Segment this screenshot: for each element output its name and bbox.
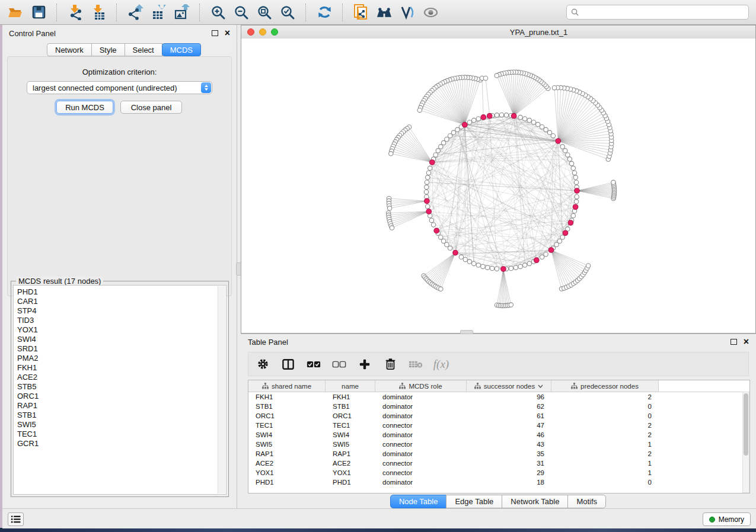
column-header-successor-nodes[interactable]: successor nodes bbox=[467, 380, 551, 392]
ring-node[interactable] bbox=[544, 252, 548, 257]
zoom-selected-button[interactable] bbox=[279, 4, 296, 21]
mcds-node[interactable] bbox=[426, 209, 432, 214]
ring-node[interactable] bbox=[486, 265, 490, 270]
ring-node[interactable] bbox=[425, 185, 429, 189]
ring-node[interactable] bbox=[571, 166, 575, 170]
memory-button[interactable]: Memory bbox=[703, 512, 751, 526]
ring-node[interactable] bbox=[459, 255, 463, 259]
export-image-button[interactable] bbox=[173, 4, 190, 21]
ring-node[interactable] bbox=[433, 153, 438, 157]
column-header-predecessor-nodes[interactable]: predecessor nodes bbox=[551, 380, 659, 392]
mcds-node[interactable] bbox=[434, 228, 439, 233]
table-row[interactable]: ACE2ACE2connector311 bbox=[248, 459, 749, 468]
ring-node[interactable] bbox=[495, 113, 499, 117]
mcds-node[interactable] bbox=[573, 204, 578, 210]
show-graphics-button[interactable] bbox=[422, 4, 439, 21]
search-binoculars-button[interactable] bbox=[376, 4, 393, 21]
ring-node[interactable] bbox=[540, 125, 544, 129]
import-network-button[interactable] bbox=[67, 4, 84, 21]
network-canvas[interactable] bbox=[241, 39, 755, 333]
create-column-button[interactable] bbox=[358, 357, 372, 371]
leaf-node[interactable] bbox=[390, 226, 394, 230]
table-row[interactable]: TEC1TEC1connector472 bbox=[248, 421, 749, 430]
ring-node[interactable] bbox=[495, 267, 499, 271]
mcds-node[interactable] bbox=[511, 113, 516, 118]
node-table[interactable]: shared namenameMCDS rolesuccessor nodesp… bbox=[248, 380, 750, 493]
tab-network[interactable]: Network bbox=[47, 43, 92, 56]
delete-columns-button[interactable] bbox=[383, 357, 397, 371]
tab-edge-table[interactable]: Edge Table bbox=[446, 495, 502, 508]
mcds-node[interactable] bbox=[425, 198, 430, 204]
ring-node[interactable] bbox=[573, 175, 578, 180]
minimize-traffic-light[interactable] bbox=[259, 28, 266, 36]
ring-node[interactable] bbox=[467, 259, 471, 264]
list-item[interactable]: STB5 bbox=[17, 382, 216, 392]
tab-style[interactable]: Style bbox=[91, 43, 125, 56]
ring-node[interactable] bbox=[531, 120, 535, 124]
ring-node[interactable] bbox=[451, 130, 455, 134]
hide-details-button[interactable] bbox=[399, 4, 416, 21]
ring-node[interactable] bbox=[426, 171, 430, 175]
export-table-button[interactable] bbox=[150, 4, 167, 21]
ring-node[interactable] bbox=[445, 137, 449, 141]
list-item[interactable]: FKH1 bbox=[17, 363, 216, 373]
ring-node[interactable] bbox=[445, 242, 449, 246]
list-item[interactable]: ORC1 bbox=[17, 392, 216, 401]
new-network-from-selection-button[interactable] bbox=[353, 4, 369, 21]
ring-node[interactable] bbox=[481, 264, 485, 268]
close-traffic-light[interactable] bbox=[247, 28, 254, 36]
ring-node[interactable] bbox=[509, 266, 513, 270]
export-network-button[interactable] bbox=[127, 4, 143, 21]
list-item[interactable]: CAR1 bbox=[17, 297, 216, 306]
list-item[interactable]: SRD1 bbox=[17, 344, 216, 354]
mcds-node[interactable] bbox=[548, 248, 554, 253]
list-item[interactable]: STB1 bbox=[17, 411, 216, 420]
list-item[interactable]: PMA2 bbox=[17, 354, 216, 363]
ring-node[interactable] bbox=[560, 235, 564, 239]
list-item[interactable]: PHD1 bbox=[17, 287, 216, 297]
ring-node[interactable] bbox=[527, 261, 531, 265]
ring-node[interactable] bbox=[513, 265, 518, 270]
leaf-node[interactable] bbox=[387, 206, 391, 210]
ring-node[interactable] bbox=[448, 246, 452, 250]
ring-node[interactable] bbox=[544, 127, 548, 132]
ring-node[interactable] bbox=[424, 190, 428, 194]
apply-layout-button[interactable] bbox=[316, 4, 333, 21]
list-item[interactable]: SWI4 bbox=[17, 335, 216, 344]
ring-node[interactable] bbox=[560, 145, 564, 149]
ring-node[interactable] bbox=[574, 200, 578, 204]
ring-node[interactable] bbox=[554, 242, 559, 246]
ring-node[interactable] bbox=[428, 166, 432, 170]
zoom-out-button[interactable] bbox=[233, 4, 250, 21]
leaf-node[interactable] bbox=[611, 180, 615, 184]
table-row[interactable]: SWI5SWI5connector431 bbox=[248, 440, 749, 449]
ring-node[interactable] bbox=[551, 134, 555, 138]
ring-node[interactable] bbox=[441, 239, 445, 243]
ring-node[interactable] bbox=[448, 134, 452, 138]
float-table-panel-icon[interactable] bbox=[731, 339, 737, 345]
table-row[interactable]: PHD1PHD1dominator180 bbox=[248, 477, 749, 487]
ring-node[interactable] bbox=[574, 180, 578, 184]
ring-node[interactable] bbox=[441, 140, 445, 145]
mcds-node[interactable] bbox=[430, 160, 435, 165]
ring-node[interactable] bbox=[476, 117, 480, 121]
ring-node[interactable] bbox=[499, 113, 503, 117]
tab-motifs[interactable]: Motifs bbox=[567, 495, 606, 508]
column-header-shared-name[interactable]: shared name bbox=[248, 380, 326, 392]
ring-node[interactable] bbox=[557, 239, 562, 243]
mcds-node[interactable] bbox=[453, 250, 458, 255]
column-header-mcds-role[interactable]: MCDS role bbox=[375, 380, 467, 392]
ring-node[interactable] bbox=[490, 266, 494, 270]
list-item[interactable]: GCR1 bbox=[17, 439, 216, 448]
close-table-panel-icon[interactable]: × bbox=[744, 338, 749, 346]
tab-select[interactable]: Select bbox=[125, 43, 162, 56]
list-item[interactable]: SWI5 bbox=[17, 420, 216, 430]
ring-node[interactable] bbox=[429, 218, 433, 222]
function-builder-button[interactable]: f(x) bbox=[434, 357, 448, 371]
list-scrollbar[interactable] bbox=[218, 286, 225, 493]
zoom-in-button[interactable] bbox=[210, 4, 227, 21]
network-titlebar[interactable]: YPA_prune.txt_1 bbox=[241, 25, 755, 39]
ring-node[interactable] bbox=[540, 255, 544, 259]
leaf-node[interactable] bbox=[389, 152, 393, 156]
search-input[interactable] bbox=[582, 8, 744, 17]
